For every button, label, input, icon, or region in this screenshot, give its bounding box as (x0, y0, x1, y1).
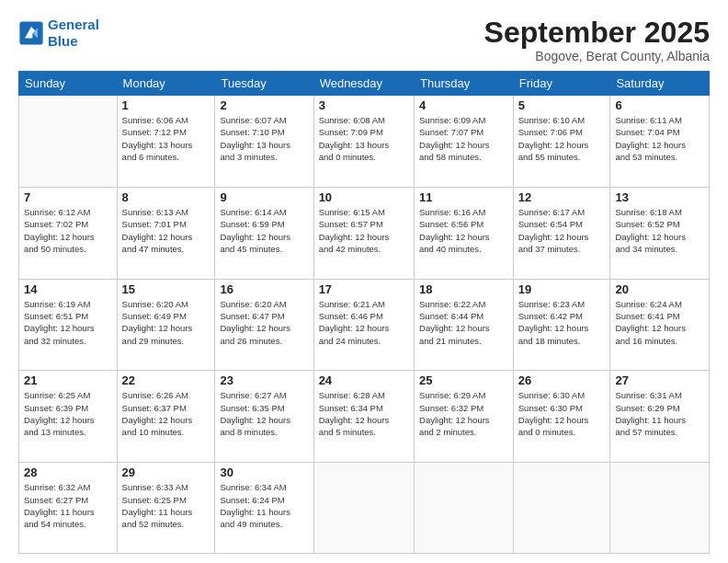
calendar-cell: 5Sunrise: 6:10 AM Sunset: 7:06 PM Daylig… (513, 96, 610, 188)
day-number: 25 (419, 373, 508, 387)
day-number: 6 (615, 98, 704, 112)
day-number: 7 (24, 190, 112, 204)
weekday-header-monday: Monday (117, 72, 215, 96)
week-row-2: 7Sunrise: 6:12 AM Sunset: 7:02 PM Daylig… (19, 187, 710, 279)
day-number: 12 (518, 190, 606, 204)
calendar-cell: 17Sunrise: 6:21 AM Sunset: 6:46 PM Dayli… (313, 279, 414, 371)
day-number: 21 (24, 373, 112, 387)
day-number: 16 (220, 282, 308, 296)
calendar-cell (513, 463, 610, 554)
day-info: Sunrise: 6:21 AM Sunset: 6:46 PM Dayligh… (319, 298, 409, 347)
day-number: 8 (122, 190, 210, 204)
calendar-cell: 9Sunrise: 6:14 AM Sunset: 6:59 PM Daylig… (215, 187, 313, 279)
calendar-cell: 29Sunrise: 6:33 AM Sunset: 6:25 PM Dayli… (117, 463, 215, 554)
weekday-header-saturday: Saturday (610, 72, 710, 96)
calendar-cell: 26Sunrise: 6:30 AM Sunset: 6:30 PM Dayli… (513, 371, 610, 463)
calendar-cell: 30Sunrise: 6:34 AM Sunset: 6:24 PM Dayli… (215, 463, 313, 554)
weekday-header-thursday: Thursday (415, 72, 514, 96)
calendar-cell: 20Sunrise: 6:24 AM Sunset: 6:41 PM Dayli… (610, 279, 710, 371)
calendar-cell: 13Sunrise: 6:18 AM Sunset: 6:52 PM Dayli… (610, 187, 710, 279)
day-number: 20 (615, 282, 704, 296)
day-number: 17 (319, 282, 409, 296)
day-info: Sunrise: 6:17 AM Sunset: 6:54 PM Dayligh… (518, 206, 606, 255)
day-number: 22 (122, 373, 210, 387)
day-number: 27 (615, 373, 704, 387)
day-number: 24 (319, 373, 409, 387)
calendar-cell: 16Sunrise: 6:20 AM Sunset: 6:47 PM Dayli… (215, 279, 313, 371)
calendar-cell: 19Sunrise: 6:23 AM Sunset: 6:42 PM Dayli… (513, 279, 610, 371)
title-block: September 2025 Bogove, Berat County, Alb… (484, 17, 710, 63)
day-number: 19 (518, 282, 606, 296)
day-number: 9 (220, 190, 308, 204)
location: Bogove, Berat County, Albania (484, 49, 710, 63)
calendar-cell: 15Sunrise: 6:20 AM Sunset: 6:49 PM Dayli… (117, 279, 215, 371)
day-number: 1 (122, 98, 210, 112)
day-info: Sunrise: 6:09 AM Sunset: 7:07 PM Dayligh… (419, 114, 508, 163)
month-title: September 2025 (484, 17, 710, 49)
calendar-cell: 12Sunrise: 6:17 AM Sunset: 6:54 PM Dayli… (513, 187, 610, 279)
logo-text: General Blue (48, 17, 99, 50)
day-info: Sunrise: 6:12 AM Sunset: 7:02 PM Dayligh… (24, 206, 112, 255)
calendar-cell: 10Sunrise: 6:15 AM Sunset: 6:57 PM Dayli… (313, 187, 414, 279)
week-row-3: 14Sunrise: 6:19 AM Sunset: 6:51 PM Dayli… (19, 279, 710, 371)
day-number: 2 (220, 98, 308, 112)
logo-general: General (48, 17, 99, 32)
calendar-cell: 2Sunrise: 6:07 AM Sunset: 7:10 PM Daylig… (215, 96, 313, 188)
day-number: 14 (24, 282, 112, 296)
calendar-cell: 21Sunrise: 6:25 AM Sunset: 6:39 PM Dayli… (19, 371, 118, 463)
calendar-cell: 7Sunrise: 6:12 AM Sunset: 7:02 PM Daylig… (19, 187, 118, 279)
day-info: Sunrise: 6:08 AM Sunset: 7:09 PM Dayligh… (319, 114, 409, 163)
day-info: Sunrise: 6:34 AM Sunset: 6:24 PM Dayligh… (220, 481, 308, 530)
calendar-cell (19, 96, 118, 188)
calendar-cell: 4Sunrise: 6:09 AM Sunset: 7:07 PM Daylig… (415, 96, 514, 188)
day-info: Sunrise: 6:28 AM Sunset: 6:34 PM Dayligh… (319, 389, 409, 438)
day-info: Sunrise: 6:23 AM Sunset: 6:42 PM Dayligh… (518, 298, 606, 347)
calendar-cell: 24Sunrise: 6:28 AM Sunset: 6:34 PM Dayli… (313, 371, 414, 463)
day-info: Sunrise: 6:19 AM Sunset: 6:51 PM Dayligh… (24, 298, 112, 347)
day-info: Sunrise: 6:11 AM Sunset: 7:04 PM Dayligh… (615, 114, 704, 163)
day-number: 28 (24, 465, 112, 479)
calendar-cell: 6Sunrise: 6:11 AM Sunset: 7:04 PM Daylig… (610, 96, 710, 188)
day-number: 26 (518, 373, 606, 387)
day-info: Sunrise: 6:24 AM Sunset: 6:41 PM Dayligh… (615, 298, 704, 347)
calendar-cell (313, 463, 414, 554)
day-info: Sunrise: 6:27 AM Sunset: 6:35 PM Dayligh… (220, 389, 308, 438)
day-info: Sunrise: 6:26 AM Sunset: 6:37 PM Dayligh… (122, 389, 210, 438)
day-info: Sunrise: 6:30 AM Sunset: 6:30 PM Dayligh… (518, 389, 606, 438)
day-info: Sunrise: 6:06 AM Sunset: 7:12 PM Dayligh… (122, 114, 210, 163)
calendar-cell: 27Sunrise: 6:31 AM Sunset: 6:29 PM Dayli… (610, 371, 710, 463)
day-info: Sunrise: 6:10 AM Sunset: 7:06 PM Dayligh… (518, 114, 606, 163)
day-info: Sunrise: 6:16 AM Sunset: 6:56 PM Dayligh… (419, 206, 508, 255)
day-number: 23 (220, 373, 308, 387)
day-number: 15 (122, 282, 210, 296)
day-info: Sunrise: 6:29 AM Sunset: 6:32 PM Dayligh… (419, 389, 508, 438)
calendar-cell: 11Sunrise: 6:16 AM Sunset: 6:56 PM Dayli… (415, 187, 514, 279)
week-row-4: 21Sunrise: 6:25 AM Sunset: 6:39 PM Dayli… (19, 371, 710, 463)
day-info: Sunrise: 6:18 AM Sunset: 6:52 PM Dayligh… (615, 206, 704, 255)
calendar-cell: 1Sunrise: 6:06 AM Sunset: 7:12 PM Daylig… (117, 96, 215, 188)
day-number: 4 (419, 98, 508, 112)
calendar-cell: 25Sunrise: 6:29 AM Sunset: 6:32 PM Dayli… (415, 371, 514, 463)
weekday-header-friday: Friday (513, 72, 610, 96)
day-info: Sunrise: 6:15 AM Sunset: 6:57 PM Dayligh… (319, 206, 409, 255)
day-info: Sunrise: 6:32 AM Sunset: 6:27 PM Dayligh… (24, 481, 112, 530)
day-info: Sunrise: 6:25 AM Sunset: 6:39 PM Dayligh… (24, 389, 112, 438)
day-info: Sunrise: 6:07 AM Sunset: 7:10 PM Dayligh… (220, 114, 308, 163)
week-row-1: 1Sunrise: 6:06 AM Sunset: 7:12 PM Daylig… (19, 96, 710, 188)
calendar: SundayMondayTuesdayWednesdayThursdayFrid… (18, 71, 710, 554)
day-info: Sunrise: 6:22 AM Sunset: 6:44 PM Dayligh… (419, 298, 508, 347)
weekday-header-wednesday: Wednesday (313, 72, 414, 96)
weekday-header-sunday: Sunday (19, 72, 118, 96)
calendar-cell: 28Sunrise: 6:32 AM Sunset: 6:27 PM Dayli… (19, 463, 118, 554)
day-info: Sunrise: 6:20 AM Sunset: 6:49 PM Dayligh… (122, 298, 210, 347)
day-info: Sunrise: 6:14 AM Sunset: 6:59 PM Dayligh… (220, 206, 308, 255)
calendar-cell: 18Sunrise: 6:22 AM Sunset: 6:44 PM Dayli… (415, 279, 514, 371)
calendar-cell: 22Sunrise: 6:26 AM Sunset: 6:37 PM Dayli… (117, 371, 215, 463)
calendar-cell (610, 463, 710, 554)
day-info: Sunrise: 6:33 AM Sunset: 6:25 PM Dayligh… (122, 481, 210, 530)
day-number: 5 (518, 98, 606, 112)
weekday-header-tuesday: Tuesday (215, 72, 313, 96)
day-number: 13 (615, 190, 704, 204)
day-number: 3 (319, 98, 409, 112)
day-number: 11 (419, 190, 508, 204)
